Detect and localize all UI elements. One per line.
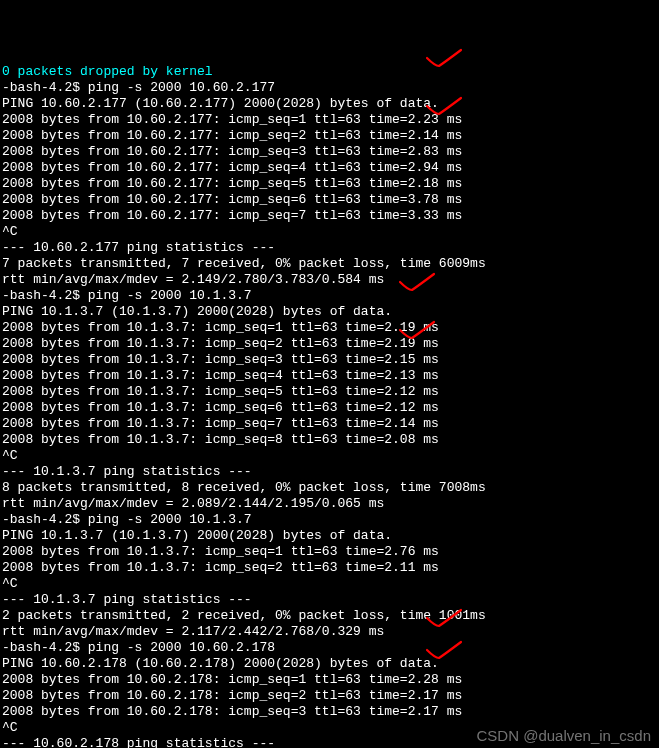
terminal-line: 2008 bytes from 10.60.2.177: icmp_seq=5 …	[2, 176, 657, 192]
terminal-line: 2008 bytes from 10.60.2.178: icmp_seq=1 …	[2, 672, 657, 688]
terminal-line: rtt min/avg/max/mdev = 2.149/2.780/3.783…	[2, 272, 657, 288]
terminal-line: 2008 bytes from 10.60.2.178: icmp_seq=3 …	[2, 704, 657, 720]
terminal-line: 2008 bytes from 10.60.2.177: icmp_seq=3 …	[2, 144, 657, 160]
terminal-line: --- 10.1.3.7 ping statistics ---	[2, 464, 657, 480]
terminal-line: 2008 bytes from 10.1.3.7: icmp_seq=1 ttl…	[2, 320, 657, 336]
terminal-line: 2008 bytes from 10.1.3.7: icmp_seq=4 ttl…	[2, 368, 657, 384]
terminal-line: 2008 bytes from 10.60.2.177: icmp_seq=7 …	[2, 208, 657, 224]
terminal-line: PING 10.60.2.177 (10.60.2.177) 2000(2028…	[2, 96, 657, 112]
terminal-line: 2008 bytes from 10.1.3.7: icmp_seq=6 ttl…	[2, 400, 657, 416]
terminal-output[interactable]: 0 packets dropped by kernel-bash-4.2$ pi…	[2, 64, 657, 748]
terminal-line: -bash-4.2$ ping -s 2000 10.60.2.177	[2, 80, 657, 96]
terminal-line: -bash-4.2$ ping -s 2000 10.1.3.7	[2, 512, 657, 528]
terminal-line: 2008 bytes from 10.60.2.178: icmp_seq=2 …	[2, 688, 657, 704]
terminal-line: 2 packets transmitted, 2 received, 0% pa…	[2, 608, 657, 624]
terminal-line: --- 10.60.2.177 ping statistics ---	[2, 240, 657, 256]
terminal-line: -bash-4.2$ ping -s 2000 10.60.2.178	[2, 640, 657, 656]
terminal-line: --- 10.1.3.7 ping statistics ---	[2, 592, 657, 608]
terminal-line: rtt min/avg/max/mdev = 2.117/2.442/2.768…	[2, 624, 657, 640]
terminal-line: 2008 bytes from 10.1.3.7: icmp_seq=2 ttl…	[2, 336, 657, 352]
terminal-line: PING 10.1.3.7 (10.1.3.7) 2000(2028) byte…	[2, 304, 657, 320]
terminal-line: 2008 bytes from 10.60.2.177: icmp_seq=2 …	[2, 128, 657, 144]
terminal-line: 2008 bytes from 10.1.3.7: icmp_seq=1 ttl…	[2, 544, 657, 560]
terminal-line: PING 10.1.3.7 (10.1.3.7) 2000(2028) byte…	[2, 528, 657, 544]
terminal-line: -bash-4.2$ ping -s 2000 10.1.3.7	[2, 288, 657, 304]
terminal-line: 2008 bytes from 10.60.2.177: icmp_seq=6 …	[2, 192, 657, 208]
terminal-line: ^C	[2, 448, 657, 464]
terminal-line: PING 10.60.2.178 (10.60.2.178) 2000(2028…	[2, 656, 657, 672]
terminal-line: 0 packets dropped by kernel	[2, 64, 657, 80]
terminal-line: 7 packets transmitted, 7 received, 0% pa…	[2, 256, 657, 272]
terminal-line: 2008 bytes from 10.60.2.177: icmp_seq=1 …	[2, 112, 657, 128]
terminal-line: 2008 bytes from 10.60.2.177: icmp_seq=4 …	[2, 160, 657, 176]
terminal-line: ^C	[2, 224, 657, 240]
watermark-text: CSDN @dualven_in_csdn	[477, 728, 652, 744]
terminal-line: 2008 bytes from 10.1.3.7: icmp_seq=7 ttl…	[2, 416, 657, 432]
terminal-line: 2008 bytes from 10.1.3.7: icmp_seq=2 ttl…	[2, 560, 657, 576]
terminal-line: ^C	[2, 576, 657, 592]
terminal-line: 2008 bytes from 10.1.3.7: icmp_seq=3 ttl…	[2, 352, 657, 368]
terminal-line: rtt min/avg/max/mdev = 2.089/2.144/2.195…	[2, 496, 657, 512]
terminal-line: 2008 bytes from 10.1.3.7: icmp_seq=8 ttl…	[2, 432, 657, 448]
terminal-line: 8 packets transmitted, 8 received, 0% pa…	[2, 480, 657, 496]
terminal-line: 2008 bytes from 10.1.3.7: icmp_seq=5 ttl…	[2, 384, 657, 400]
